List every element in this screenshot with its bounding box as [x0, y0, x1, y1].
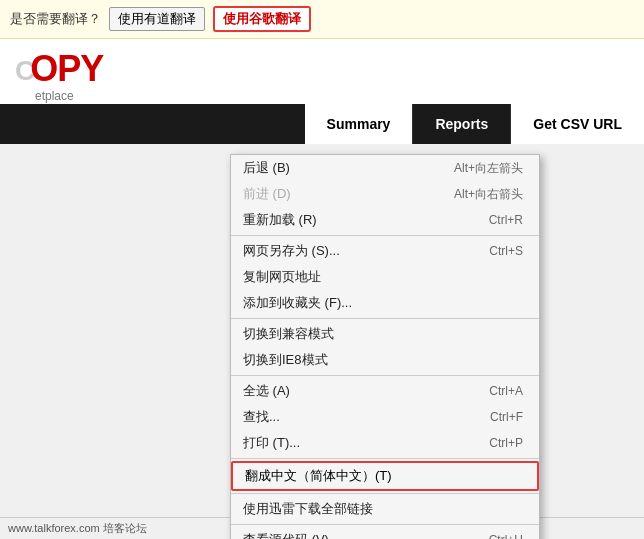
ctx-divider-7 — [231, 318, 539, 319]
ctx-item-0[interactable]: 后退 (B)Alt+向左箭头 — [231, 155, 539, 181]
context-menu: 后退 (B)Alt+向左箭头前进 (D)Alt+向右箭头重新加载 (R)Ctrl… — [230, 154, 540, 539]
translation-bar: 是否需要翻译？ 使用有道翻译 使用谷歌翻译 — [0, 0, 644, 39]
logo-sub: etplace — [15, 89, 629, 103]
ctx-item-label-12: 查找... — [243, 408, 280, 426]
ctx-item-label-0: 后退 (B) — [243, 159, 290, 177]
ctx-item-label-1: 前进 (D) — [243, 185, 291, 203]
status-text: www.talkforex.com 培客论坛 — [8, 522, 147, 534]
ctx-divider-14 — [231, 458, 539, 459]
ctx-item-1: 前进 (D)Alt+向右箭头 — [231, 181, 539, 207]
logo-main: COPY — [15, 51, 629, 87]
ctx-divider-18 — [231, 524, 539, 525]
ctx-item-shortcut-2: Ctrl+R — [489, 213, 523, 227]
ctx-item-2[interactable]: 重新加载 (R)Ctrl+R — [231, 207, 539, 233]
logo-area: COPY etplace — [15, 51, 629, 103]
ctx-divider-10 — [231, 375, 539, 376]
ctx-item-9[interactable]: 切换到IE8模式 — [231, 347, 539, 373]
nav-csv[interactable]: Get CSV URL — [511, 104, 644, 144]
ctx-item-label-9: 切换到IE8模式 — [243, 351, 328, 369]
ctx-item-label-6: 添加到收藏夹 (F)... — [243, 294, 352, 312]
site-header: COPY etplace — [0, 39, 644, 104]
ctx-item-11[interactable]: 全选 (A)Ctrl+A — [231, 378, 539, 404]
ctx-item-label-5: 复制网页地址 — [243, 268, 321, 286]
ctx-item-shortcut-1: Alt+向右箭头 — [454, 186, 523, 203]
ctx-item-shortcut-13: Ctrl+P — [489, 436, 523, 450]
ctx-divider-3 — [231, 235, 539, 236]
ctx-divider-16 — [231, 493, 539, 494]
ctx-item-label-11: 全选 (A) — [243, 382, 290, 400]
youdao-translate-button[interactable]: 使用有道翻译 — [109, 7, 205, 31]
ctx-item-label-8: 切换到兼容模式 — [243, 325, 334, 343]
ctx-item-13[interactable]: 打印 (T)...Ctrl+P — [231, 430, 539, 456]
ctx-item-19[interactable]: 查看源代码 (V)Ctrl+U — [231, 527, 539, 539]
nav-summary[interactable]: Summary — [305, 104, 414, 144]
google-translate-button[interactable]: 使用谷歌翻译 — [213, 6, 311, 32]
ctx-item-12[interactable]: 查找...Ctrl+F — [231, 404, 539, 430]
ctx-item-shortcut-0: Alt+向左箭头 — [454, 160, 523, 177]
ctx-item-label-17: 使用迅雷下载全部链接 — [243, 500, 373, 518]
ctx-item-label-4: 网页另存为 (S)... — [243, 242, 340, 260]
ctx-item-shortcut-19: Ctrl+U — [489, 533, 523, 539]
ctx-item-shortcut-4: Ctrl+S — [489, 244, 523, 258]
translation-question: 是否需要翻译？ — [10, 10, 101, 28]
nav-reports[interactable]: Reports — [413, 104, 511, 144]
ctx-item-shortcut-12: Ctrl+F — [490, 410, 523, 424]
ctx-item-17[interactable]: 使用迅雷下载全部链接 — [231, 496, 539, 522]
ctx-item-15[interactable]: 翻成中文（简体中文）(T) — [231, 461, 539, 491]
ctx-item-label-19: 查看源代码 (V) — [243, 531, 329, 539]
ctx-item-shortcut-11: Ctrl+A — [489, 384, 523, 398]
ctx-item-4[interactable]: 网页另存为 (S)...Ctrl+S — [231, 238, 539, 264]
content-area: 后退 (B)Alt+向左箭头前进 (D)Alt+向右箭头重新加载 (R)Ctrl… — [0, 144, 644, 539]
ctx-item-label-13: 打印 (T)... — [243, 434, 300, 452]
ctx-item-5[interactable]: 复制网页地址 — [231, 264, 539, 290]
ctx-item-label-2: 重新加载 (R) — [243, 211, 317, 229]
ctx-item-label-15: 翻成中文（简体中文）(T) — [245, 467, 392, 485]
nav-bar: Summary Reports Get CSV URL — [0, 104, 644, 144]
ctx-item-6[interactable]: 添加到收藏夹 (F)... — [231, 290, 539, 316]
ctx-item-8[interactable]: 切换到兼容模式 — [231, 321, 539, 347]
